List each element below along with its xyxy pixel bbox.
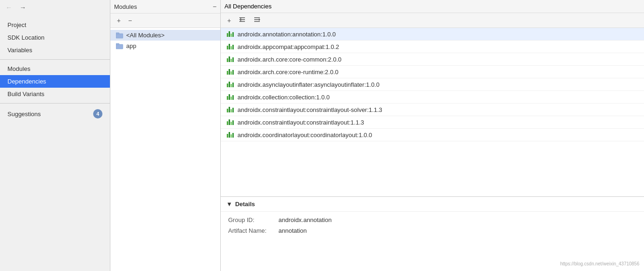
svg-rect-38 xyxy=(232,108,234,112)
svg-rect-43 xyxy=(227,134,228,138)
modules-remove-button[interactable]: − xyxy=(125,15,135,26)
svg-rect-42 xyxy=(232,120,234,125)
svg-rect-36 xyxy=(229,107,230,112)
dep-item-label: androidx.arch.core:core-common:2.0.0 xyxy=(237,56,341,63)
sidebar-divider-2 xyxy=(0,103,110,104)
dependencies-title: All Dependencies xyxy=(224,3,271,10)
module-item-all[interactable]: <All Modules> xyxy=(110,30,220,41)
dep-list-item[interactable]: androidx.appcompat:appcompat:1.0.2 xyxy=(221,41,644,53)
dep-add-button[interactable]: + xyxy=(224,15,234,26)
dep-list-item[interactable]: androidx.asynclayoutinflater:asynclayout… xyxy=(221,78,644,91)
svg-rect-39 xyxy=(227,121,228,125)
sidebar-item-build-variants[interactable]: Build Variants xyxy=(0,88,110,100)
svg-rect-40 xyxy=(229,119,230,125)
dep-bar-icon xyxy=(226,81,234,88)
svg-rect-31 xyxy=(227,96,228,100)
svg-rect-11 xyxy=(227,33,228,37)
svg-rect-0 xyxy=(116,34,123,38)
dep-item-label: androidx.coordinatorlayout:coordinatorla… xyxy=(237,132,372,139)
svg-rect-30 xyxy=(232,83,234,87)
folder-icon-app xyxy=(116,43,123,49)
dep-list-item[interactable]: androidx.constraintlayout:constraintlayo… xyxy=(221,116,644,129)
dep-list-item[interactable]: androidx.coordinatorlayout:coordinatorla… xyxy=(221,129,644,141)
svg-rect-27 xyxy=(227,83,228,87)
dependencies-panel: All Dependencies + xyxy=(221,0,644,271)
dep-item-label: androidx.collection:collection:1.0.0 xyxy=(237,94,330,101)
folder-icon-all xyxy=(116,32,123,39)
svg-rect-24 xyxy=(229,69,230,75)
dep-sort-button[interactable] xyxy=(251,15,264,26)
details-body: Group ID:androidx.annotationArtifact Nam… xyxy=(221,212,644,239)
svg-rect-1 xyxy=(116,33,119,34)
module-item-app[interactable]: app xyxy=(110,41,220,51)
modules-panel: Modules − + − <All Modules> xyxy=(110,0,221,271)
module-item-all-label: <All Modules> xyxy=(126,32,164,39)
dep-bar-icon xyxy=(226,30,234,38)
module-list: <All Modules> app xyxy=(110,28,220,53)
sidebar-item-variables[interactable]: Variables xyxy=(0,44,110,56)
svg-rect-44 xyxy=(229,132,230,138)
dep-item-label: androidx.appcompat:appcompat:1.0.2 xyxy=(237,43,339,50)
nav-arrows: ← → xyxy=(0,0,110,15)
sidebar-item-suggestions-label: Suggestions xyxy=(7,111,41,118)
detail-label: Artifact Name: xyxy=(228,227,275,234)
detail-value: androidx.annotation xyxy=(278,216,332,223)
dep-bar-icon xyxy=(226,118,234,126)
dep-item-label: androidx.asynclayoutinflater:asynclayout… xyxy=(237,81,380,88)
svg-rect-21 xyxy=(230,59,232,62)
svg-rect-41 xyxy=(230,122,232,125)
svg-rect-29 xyxy=(230,84,232,87)
dep-align-button[interactable] xyxy=(236,15,249,26)
dep-bar-icon xyxy=(226,131,234,139)
svg-rect-35 xyxy=(227,109,228,112)
dep-list-item[interactable]: androidx.annotation:annotation:1.0.0 xyxy=(221,28,644,41)
dep-list-item[interactable]: androidx.arch.core:core-runtime:2.0.0 xyxy=(221,66,644,78)
dep-list-item[interactable]: androidx.collection:collection:1.0.0 xyxy=(221,91,644,104)
sidebar-item-dependencies[interactable]: Dependencies xyxy=(0,75,110,88)
nav-forward-button[interactable]: → xyxy=(18,3,28,12)
svg-rect-25 xyxy=(230,71,232,75)
svg-rect-22 xyxy=(232,57,234,62)
modules-minimize-icon[interactable]: − xyxy=(213,3,217,10)
svg-rect-37 xyxy=(230,109,232,112)
svg-rect-46 xyxy=(232,133,234,138)
svg-rect-15 xyxy=(227,46,228,49)
dep-list-item[interactable]: androidx.constraintlayout:constraintlayo… xyxy=(221,104,644,116)
detail-row: Artifact Name:annotation xyxy=(228,227,637,234)
svg-rect-32 xyxy=(229,94,230,100)
svg-rect-2 xyxy=(116,44,123,49)
main-content: Modules − + − <All Modules> xyxy=(110,0,644,271)
svg-rect-26 xyxy=(232,70,234,75)
dependencies-header: All Dependencies xyxy=(221,0,644,13)
dep-bar-icon xyxy=(226,56,234,63)
sidebar-item-modules[interactable]: Modules xyxy=(0,63,110,75)
dep-item-label: androidx.annotation:annotation:1.0.0 xyxy=(237,31,336,38)
details-header[interactable]: ▼ Details xyxy=(221,197,644,212)
modules-toolbar: + − xyxy=(110,14,220,28)
svg-rect-3 xyxy=(116,43,119,45)
svg-rect-20 xyxy=(229,56,230,62)
dep-bar-icon xyxy=(226,93,234,101)
dep-item-label: androidx.constraintlayout:constraintlayo… xyxy=(237,119,364,126)
sidebar-item-project[interactable]: Project xyxy=(0,19,110,31)
modules-add-button[interactable]: + xyxy=(114,15,123,26)
svg-rect-16 xyxy=(229,44,230,49)
dep-list-item[interactable]: androidx.arch.core:core-common:2.0.0 xyxy=(221,53,644,66)
modules-panel-header: Modules − xyxy=(110,0,220,14)
sidebar-item-suggestions[interactable]: Suggestions 4 xyxy=(0,106,110,121)
svg-rect-45 xyxy=(230,134,232,138)
sidebar: ← → Project SDK Location Variables Modul… xyxy=(0,0,110,271)
dep-bar-icon xyxy=(226,43,234,50)
detail-value: annotation xyxy=(278,227,307,234)
dep-bar-icon xyxy=(226,68,234,76)
svg-rect-13 xyxy=(230,34,232,37)
svg-rect-34 xyxy=(232,95,234,100)
svg-rect-12 xyxy=(229,31,230,37)
sidebar-item-sdk-location[interactable]: SDK Location xyxy=(0,31,110,44)
nav-back-button[interactable]: ← xyxy=(4,3,14,12)
svg-rect-33 xyxy=(230,97,232,100)
dependencies-toolbar: + xyxy=(221,13,644,28)
svg-rect-17 xyxy=(230,46,232,49)
dependency-list: androidx.annotation:annotation:1.0.0 and… xyxy=(221,28,644,196)
svg-rect-23 xyxy=(227,71,228,75)
